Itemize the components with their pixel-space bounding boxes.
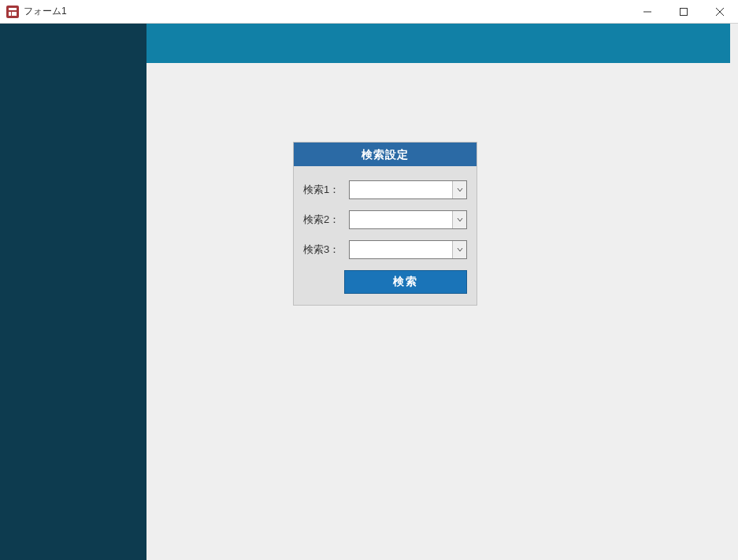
chevron-down-icon [457,247,463,253]
chevron-down-icon [457,217,463,223]
minimize-icon [643,8,651,16]
content-area: 検索設定 検索1： 検索2： [146,24,738,560]
app-icon [6,6,19,18]
search1-dropdown-button[interactable] [452,181,466,198]
minimize-button[interactable] [629,0,666,24]
search-button[interactable]: 検索 [344,270,467,294]
sidebar [0,24,146,560]
search3-label: 検索3： [303,243,349,257]
sidebar-banner [0,24,146,63]
search-button-label: 検索 [393,275,418,289]
search3-dropdown-button[interactable] [452,241,466,258]
svg-rect-3 [12,12,17,16]
search2-combo[interactable] [349,210,467,229]
close-icon [716,8,724,16]
svg-rect-5 [681,8,688,15]
search1-combo[interactable] [349,180,467,199]
search2-label: 検索2： [303,213,349,227]
window-title: フォーム1 [24,5,67,18]
close-button[interactable] [702,0,738,24]
search2-dropdown-button[interactable] [452,211,466,228]
field-row-2: 検索2： [303,210,467,229]
maximize-icon [680,8,688,16]
field-row-1: 検索1： [303,180,467,199]
search2-value [350,211,452,228]
workspace: 検索設定 検索1： 検索2： [0,24,738,560]
maximize-button[interactable] [666,0,702,24]
chevron-down-icon [457,187,463,193]
search-settings-panel: 検索設定 検索1： 検索2： [293,142,477,306]
search3-combo[interactable] [349,240,467,259]
search1-label: 検索1： [303,183,349,197]
titlebar: フォーム1 [0,0,738,24]
panel-body: 検索1： 検索2： [294,166,477,305]
panel-header: 検索設定 [294,143,477,166]
top-banner [146,24,730,63]
field-row-3: 検索3： [303,240,467,259]
svg-rect-1 [9,8,17,10]
button-row: 検索 [303,270,467,294]
search1-value [350,181,452,198]
search3-value [350,241,452,258]
svg-rect-2 [9,12,11,16]
